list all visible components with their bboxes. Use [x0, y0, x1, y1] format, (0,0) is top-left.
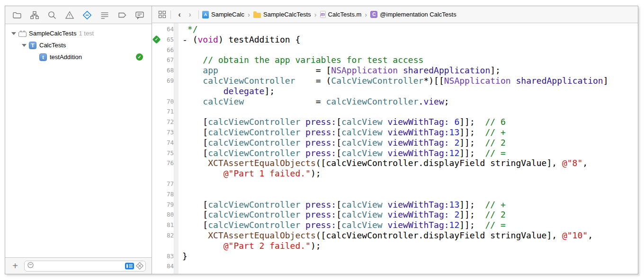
- line-number[interactable]: [161, 241, 174, 251]
- line-number[interactable]: [161, 86, 174, 96]
- debug-navigator-icon[interactable]: [100, 10, 109, 20]
- code-line[interactable]: 67 // obtain the app variables for test …: [152, 55, 638, 65]
- code-line-text[interactable]: [calcViewController press:[calcView view…: [182, 200, 506, 210]
- code-line[interactable]: ✓65- (void) testAddition {: [152, 35, 638, 45]
- project-navigator-icon[interactable]: [12, 10, 22, 20]
- line-number[interactable]: 71: [161, 106, 174, 117]
- code-line-text[interactable]: [calcViewController press:[calcView view…: [182, 117, 506, 127]
- add-test-button[interactable]: +: [9, 261, 21, 271]
- code-line-text[interactable]: */: [182, 24, 198, 35]
- code-line-text[interactable]: XCTAssertEqualObjects([calcViewControlle…: [182, 230, 593, 241]
- line-number[interactable]: 78: [161, 189, 174, 200]
- tree-row-SampleCalcTests[interactable]: SampleCalcTests1 test: [5, 27, 152, 39]
- code-line[interactable]: 71: [152, 106, 638, 117]
- line-number[interactable]: 83: [161, 251, 174, 262]
- code-line[interactable]: 64 */: [152, 24, 638, 35]
- code-line-text[interactable]: app = [NSApplication sharedApplication];: [182, 65, 501, 76]
- line-number[interactable]: 75: [161, 148, 174, 158]
- code-line[interactable]: 66: [152, 45, 638, 55]
- line-number[interactable]: 66: [161, 45, 174, 55]
- back-button[interactable]: ‹: [174, 10, 185, 19]
- code-line[interactable]: 82 XCTAssertEqualObjects([calcViewContro…: [152, 230, 638, 241]
- breadcrumb-separator: ›: [365, 10, 367, 18]
- code-line[interactable]: 77: [152, 179, 638, 189]
- code-line[interactable]: 75 [calcViewController press:[calcView v…: [152, 148, 638, 158]
- find-navigator-icon[interactable]: [47, 10, 57, 20]
- line-number[interactable]: 85: [161, 271, 174, 274]
- scheme-filter-toggle-icon[interactable]: [125, 262, 134, 270]
- code-line-text[interactable]: XCTAssertEqualObjects([calcViewControlle…: [182, 158, 588, 168]
- code-line[interactable]: 69 calcViewController = (CalcViewControl…: [152, 76, 638, 86]
- code-line[interactable]: 72 [calcViewController press:[calcView v…: [152, 117, 638, 127]
- code-line-text[interactable]: calcViewController = (CalcViewController…: [182, 76, 608, 86]
- tree-row-CalcTests[interactable]: TCalcTests: [5, 39, 152, 51]
- code-line-text[interactable]: calcView = calcViewController.view;: [182, 96, 449, 107]
- breakpoint-navigator-icon[interactable]: [117, 10, 127, 20]
- code-line[interactable]: @"Part 2 failed.");: [152, 241, 638, 251]
- test-passed-badge-icon[interactable]: ✓: [152, 35, 161, 45]
- line-number[interactable]: 73: [161, 127, 174, 138]
- failed-tests-filter-toggle-icon[interactable]: [135, 262, 144, 270]
- code-line-text[interactable]: @"Part 1 failed.");: [182, 168, 321, 179]
- line-number[interactable]: 68: [161, 65, 174, 76]
- code-line[interactable]: 78: [152, 189, 638, 200]
- breadcrumb-item[interactable]: mCalcTests.m: [320, 11, 362, 18]
- code-area[interactable]: 64 */✓65- (void) testAddition {6667 // o…: [152, 23, 638, 274]
- code-line[interactable]: 83}: [152, 251, 638, 262]
- forward-button[interactable]: ›: [185, 10, 195, 19]
- code-line-text[interactable]: // obtain the app variables for test acc…: [182, 55, 423, 65]
- breadcrumb-item[interactable]: ASampleCalc: [202, 11, 244, 18]
- line-number[interactable]: 81: [161, 220, 174, 230]
- code-line-text[interactable]: @"Part 2 failed.");: [182, 241, 321, 251]
- filter-input[interactable]: [36, 262, 124, 269]
- line-number[interactable]: 67: [161, 55, 174, 65]
- line-number[interactable]: 70: [161, 96, 174, 107]
- code-line[interactable]: 73 [calcViewController press:[calcView v…: [152, 127, 638, 138]
- code-line-text[interactable]: [calcViewController press:[calcView view…: [182, 210, 506, 220]
- code-line[interactable]: 80 [calcViewController press:[calcView v…: [152, 210, 638, 220]
- line-number[interactable]: 64: [161, 24, 174, 35]
- line-number[interactable]: [161, 168, 174, 179]
- breadcrumb-item[interactable]: SampleCalcTests: [253, 11, 311, 18]
- symbol-navigator-icon[interactable]: [30, 10, 39, 20]
- line-number[interactable]: 84: [161, 261, 174, 271]
- line-number[interactable]: 69: [161, 76, 174, 86]
- code-line-text[interactable]: [calcViewController press:[calcView view…: [182, 148, 506, 158]
- code-line[interactable]: 79 [calcViewController press:[calcView v…: [152, 200, 638, 210]
- test-passed-icon[interactable]: ✓: [136, 53, 143, 61]
- code-line-text[interactable]: }: [182, 251, 188, 262]
- line-number[interactable]: 74: [161, 138, 174, 148]
- gutter-badge-spacer: [152, 76, 161, 86]
- issue-navigator-icon[interactable]: [65, 10, 74, 20]
- test-navigator-icon[interactable]: [82, 10, 92, 20]
- code-line[interactable]: 81 [calcViewController press:[calcView v…: [152, 220, 638, 230]
- line-number[interactable]: 80: [161, 210, 174, 220]
- code-line[interactable]: 68 app = [NSApplication sharedApplicatio…: [152, 65, 638, 76]
- disclosure-triangle-icon[interactable]: [10, 32, 18, 35]
- code-line[interactable]: delegate];: [152, 86, 638, 96]
- code-line[interactable]: 84: [152, 261, 638, 271]
- disclosure-triangle-icon[interactable]: [20, 44, 28, 47]
- related-items-icon[interactable]: [157, 10, 167, 19]
- code-line[interactable]: 70 calcView = calcViewController.view;: [152, 96, 638, 107]
- code-line-text[interactable]: delegate];: [182, 86, 275, 96]
- code-line-text[interactable]: [calcViewController press:[calcView view…: [182, 127, 506, 138]
- line-number[interactable]: 65: [161, 35, 174, 45]
- code-line[interactable]: 85: [152, 271, 638, 274]
- filter-field[interactable]: [24, 261, 146, 271]
- line-number[interactable]: 82: [161, 230, 174, 241]
- tree-row-testAddition[interactable]: ttestAddition✓: [5, 51, 152, 63]
- code-line-text[interactable]: - (void) testAddition {: [182, 35, 300, 45]
- line-number[interactable]: 77: [161, 179, 174, 189]
- code-line[interactable]: 76 XCTAssertEqualObjects([calcViewContro…: [152, 158, 638, 168]
- code-line[interactable]: @"Part 1 failed.");: [152, 168, 638, 179]
- breadcrumb-item[interactable]: C@implementation CalcTests: [370, 11, 456, 18]
- line-number[interactable]: 79: [161, 200, 174, 210]
- breadcrumb-label: CalcTests.m: [328, 11, 362, 18]
- code-line-text[interactable]: [calcViewController press:[calcView view…: [182, 138, 506, 148]
- code-line-text[interactable]: [calcViewController press:[calcView view…: [182, 220, 506, 230]
- code-line[interactable]: 74 [calcViewController press:[calcView v…: [152, 138, 638, 148]
- line-number[interactable]: 76: [161, 158, 174, 168]
- report-navigator-icon[interactable]: [135, 10, 144, 20]
- line-number[interactable]: 72: [161, 117, 174, 127]
